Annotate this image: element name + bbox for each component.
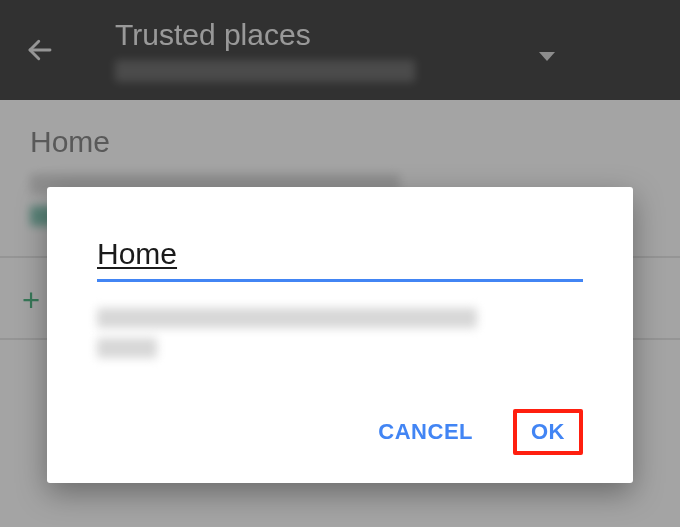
- place-name-input[interactable]: [97, 233, 583, 282]
- dialog-address-line1-redacted: [97, 308, 477, 328]
- dialog-address-line2-redacted: [97, 338, 157, 358]
- cancel-button[interactable]: CANCEL: [368, 411, 483, 453]
- rename-dialog: CANCEL OK: [47, 187, 633, 483]
- ok-button[interactable]: OK: [513, 409, 583, 455]
- dialog-actions: CANCEL OK: [97, 409, 583, 463]
